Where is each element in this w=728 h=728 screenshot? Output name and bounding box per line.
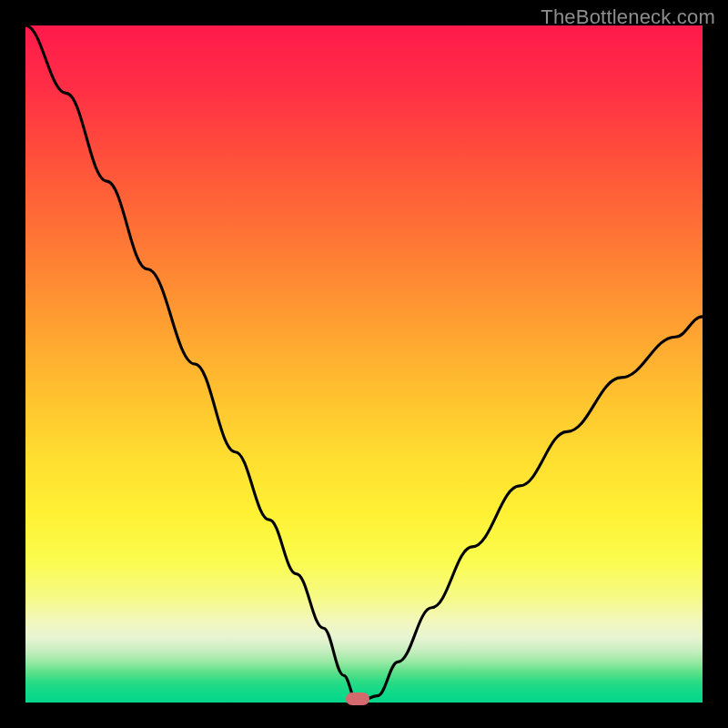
bottleneck-curve-path xyxy=(25,25,703,703)
watermark-text: TheBottleneck.com xyxy=(541,5,715,29)
minimum-marker xyxy=(346,693,369,705)
chart-curve-layer xyxy=(25,25,703,703)
chart-plot-area xyxy=(25,25,703,703)
